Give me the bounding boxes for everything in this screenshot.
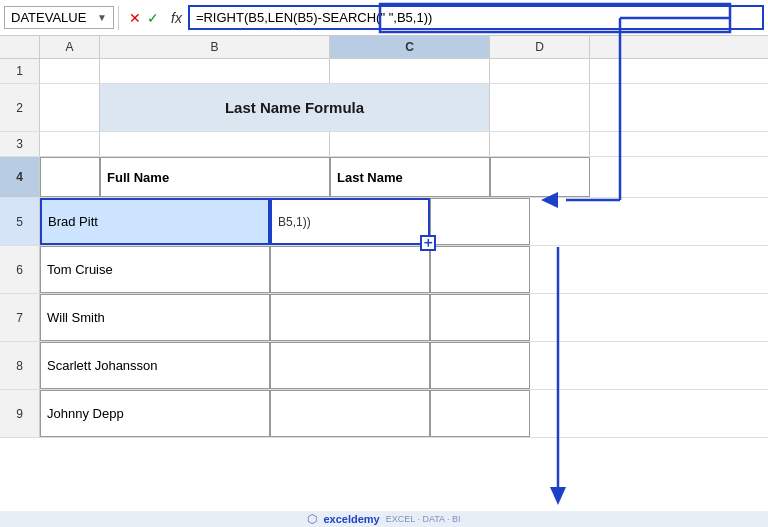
row-2: 2 Last Name Formula: [0, 84, 768, 132]
cell-c8[interactable]: [270, 342, 430, 389]
column-headers: A B C D: [0, 36, 768, 59]
formula-bar-divider: [118, 6, 119, 30]
cell-b5[interactable]: Brad Pitt: [40, 198, 270, 245]
cell-b3[interactable]: [100, 132, 330, 156]
row-3: 3: [0, 132, 768, 157]
cell-d9[interactable]: [430, 390, 530, 437]
cancel-icon[interactable]: ✕: [129, 10, 141, 26]
cell-b4[interactable]: Full Name: [100, 157, 330, 197]
name-box-value: DATEVALUE: [11, 10, 86, 25]
watermark-subtext: EXCEL · DATA · BI: [386, 514, 461, 524]
col-header-a[interactable]: A: [40, 36, 100, 58]
row-6: 6 Tom Cruise: [0, 246, 768, 294]
corner-cell: [0, 36, 40, 58]
formula-bar: DATEVALUE ▼ ✕ ✓ fx =RIGHT(B5,LEN(B5)-SEA…: [0, 0, 768, 36]
watermark-logo: ⬡: [307, 512, 317, 526]
cell-a1[interactable]: [40, 59, 100, 83]
cell-b8[interactable]: Scarlett Johansson: [40, 342, 270, 389]
cell-d3[interactable]: [490, 132, 590, 156]
watermark-bar: ⬡ exceldemy EXCEL · DATA · BI: [0, 511, 768, 527]
name-box[interactable]: DATEVALUE ▼: [4, 6, 114, 29]
spreadsheet: A B C D 1 2 Last Name Formula 3 4 Full N…: [0, 36, 768, 511]
cell-d4[interactable]: [490, 157, 590, 197]
row-1: 1: [0, 59, 768, 84]
cell-c9[interactable]: [270, 390, 430, 437]
row-num-1[interactable]: 1: [0, 59, 40, 83]
row-7: 7 Will Smith: [0, 294, 768, 342]
cell-b6[interactable]: Tom Cruise: [40, 246, 270, 293]
cell-d6[interactable]: [430, 246, 530, 293]
row-4: 4 Full Name Last Name: [0, 157, 768, 198]
cell-d7[interactable]: [430, 294, 530, 341]
cell-c5[interactable]: B5,1)) ＋: [270, 198, 430, 245]
cell-a2[interactable]: [40, 84, 100, 131]
name-box-dropdown-arrow: ▼: [97, 12, 107, 23]
cell-b1[interactable]: [100, 59, 330, 83]
confirm-icon[interactable]: ✓: [147, 10, 159, 26]
row-num-4[interactable]: 4: [0, 157, 40, 197]
col-header-c[interactable]: C: [330, 36, 490, 58]
title-cell: Last Name Formula: [100, 84, 490, 131]
row-8: 8 Scarlett Johansson: [0, 342, 768, 390]
row-num-9[interactable]: 9: [0, 390, 40, 437]
cell-d5[interactable]: [430, 198, 530, 245]
row-num-8[interactable]: 8: [0, 342, 40, 389]
cell-d2[interactable]: [490, 84, 590, 131]
row-5: 5 Brad Pitt B5,1)) ＋: [0, 198, 768, 246]
cell-c7[interactable]: [270, 294, 430, 341]
crosshair-handle[interactable]: ＋: [420, 235, 436, 251]
cell-c4[interactable]: Last Name: [330, 157, 490, 197]
cell-d1[interactable]: [490, 59, 590, 83]
row-num-6[interactable]: 6: [0, 246, 40, 293]
formula-input[interactable]: =RIGHT(B5,LEN(B5)-SEARCH(" ",B5,1)): [188, 5, 764, 30]
formula-icon-group: ✕ ✓: [123, 10, 165, 26]
cell-a4[interactable]: [40, 157, 100, 197]
col-header-d[interactable]: D: [490, 36, 590, 58]
col-header-b[interactable]: B: [100, 36, 330, 58]
watermark-brand: exceldemy: [323, 513, 379, 525]
cell-c6[interactable]: [270, 246, 430, 293]
row-num-2[interactable]: 2: [0, 84, 40, 131]
cell-b7[interactable]: Will Smith: [40, 294, 270, 341]
cell-b9[interactable]: Johnny Depp: [40, 390, 270, 437]
fx-label: fx: [167, 10, 186, 26]
cell-c3[interactable]: [330, 132, 490, 156]
cell-c1[interactable]: [330, 59, 490, 83]
row-9: 9 Johnny Depp: [0, 390, 768, 438]
row-num-3[interactable]: 3: [0, 132, 40, 156]
row-num-7[interactable]: 7: [0, 294, 40, 341]
cell-d8[interactable]: [430, 342, 530, 389]
cell-a3[interactable]: [40, 132, 100, 156]
row-num-5[interactable]: 5: [0, 198, 40, 245]
cell-c5-text: B5,1)): [278, 215, 311, 229]
